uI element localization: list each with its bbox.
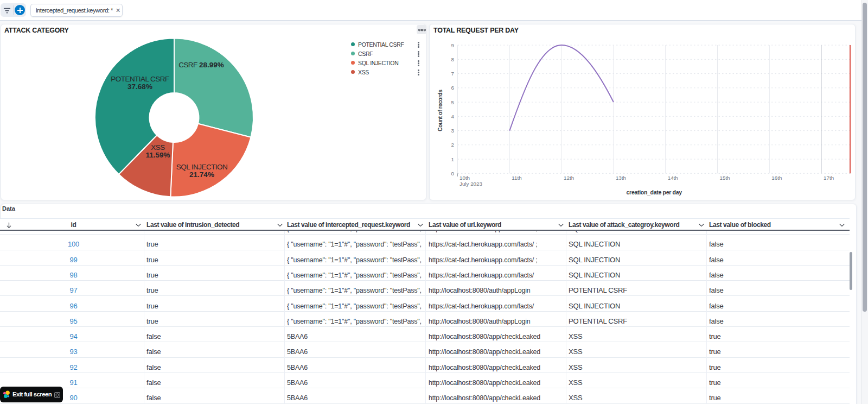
svg-text:12th: 12th	[564, 175, 574, 181]
svg-text:CSRF 28.99%: CSRF 28.99%	[178, 61, 224, 69]
svg-text:5: 5	[451, 99, 455, 105]
svg-text:8: 8	[451, 56, 455, 62]
svg-text:11th: 11th	[512, 175, 521, 181]
svg-text:3: 3	[451, 128, 455, 134]
svg-text:creation_date per day: creation_date per day	[627, 189, 682, 195]
svg-text:1: 1	[451, 156, 454, 162]
svg-text:13th: 13th	[616, 175, 626, 181]
svg-text:4: 4	[451, 113, 455, 119]
svg-text:XSS: XSS	[151, 143, 165, 152]
svg-text:11.59%: 11.59%	[145, 151, 170, 159]
svg-text:6: 6	[451, 85, 455, 91]
svg-text:15th: 15th	[720, 175, 730, 181]
svg-text:21.74%: 21.74%	[189, 171, 214, 179]
svg-text:POTENTIAL CSRF: POTENTIAL CSRF	[111, 75, 169, 83]
svg-text:July 2023: July 2023	[459, 181, 482, 187]
svg-text:16th: 16th	[771, 175, 782, 181]
svg-text:17th: 17th	[824, 175, 834, 181]
svg-text:SQL INJECTION: SQL INJECTION	[176, 163, 227, 171]
svg-text:14th: 14th	[668, 175, 678, 181]
svg-text:9: 9	[451, 42, 454, 48]
svg-text:2: 2	[451, 142, 454, 148]
svg-text:0: 0	[451, 171, 455, 176]
svg-text:37.68%: 37.68%	[127, 83, 152, 91]
svg-text:7: 7	[451, 71, 454, 77]
svg-text:10th: 10th	[459, 175, 470, 181]
svg-text:Count of records: Count of records	[437, 90, 443, 131]
